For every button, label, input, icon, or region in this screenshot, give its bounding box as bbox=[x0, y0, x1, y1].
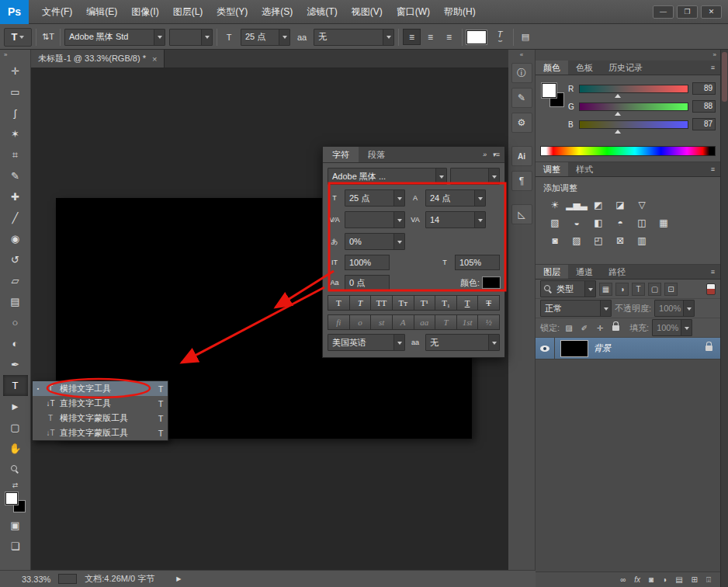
tool-path-selection[interactable]: ► bbox=[3, 396, 28, 417]
font-size-select[interactable]: 25 点 bbox=[241, 29, 290, 46]
tab-paragraph[interactable]: 段落 bbox=[359, 147, 394, 162]
menu-edit[interactable]: 编辑(E) bbox=[79, 0, 124, 24]
menu-window[interactable]: 窗口(W) bbox=[390, 0, 437, 24]
hue-saturation-icon[interactable]: ▧ bbox=[546, 216, 563, 230]
tracking-select[interactable]: 14 bbox=[425, 211, 486, 228]
tab-color[interactable]: 颜色 bbox=[536, 61, 568, 75]
tool-brush[interactable]: ╱ bbox=[3, 207, 28, 228]
photo-filter-icon[interactable]: ◓ bbox=[612, 216, 629, 230]
small-caps-button[interactable]: Tᴛ bbox=[393, 295, 414, 311]
tool-presets-panel-icon[interactable]: ⚙ bbox=[511, 113, 532, 133]
brush-panel-icon[interactable]: ✎ bbox=[511, 88, 532, 108]
color-panel-swatches[interactable] bbox=[540, 82, 568, 114]
screen-mode-button[interactable]: ❏ bbox=[3, 536, 28, 557]
menu-filter[interactable]: 滤镜(T) bbox=[300, 0, 344, 24]
leading-select[interactable]: 24 点 bbox=[425, 189, 486, 207]
tab-adjustments[interactable]: 调整 bbox=[536, 162, 568, 176]
foreground-color-swatch[interactable] bbox=[5, 492, 18, 505]
text-color-swatch[interactable] bbox=[466, 30, 487, 44]
tool-move[interactable]: ✛ bbox=[3, 61, 28, 82]
swap-colors-icon[interactable]: ⇄ bbox=[3, 480, 28, 490]
layer-thumbnail[interactable] bbox=[560, 340, 588, 357]
opacity-select[interactable]: 100% bbox=[654, 300, 695, 317]
foreground-background-swatches[interactable] bbox=[4, 491, 27, 514]
tool-hand[interactable]: ✋ bbox=[3, 438, 28, 459]
curves-icon[interactable]: ◩ bbox=[590, 198, 607, 212]
filter-type-layers-button[interactable]: T bbox=[632, 283, 645, 296]
color-balance-icon[interactable]: ◒ bbox=[568, 216, 585, 230]
black-white-icon[interactable]: ◧ bbox=[590, 216, 607, 230]
fill-select[interactable]: 100% bbox=[652, 319, 692, 336]
font-family-select[interactable]: Adobe 黑体 Std bbox=[64, 29, 165, 46]
tool-dodge[interactable]: ◐ bbox=[3, 333, 28, 354]
add-layer-mask-button[interactable]: ◙ bbox=[649, 575, 653, 584]
swash-button[interactable]: A bbox=[393, 314, 414, 330]
brightness-contrast-icon[interactable]: ☀ bbox=[546, 198, 563, 212]
layer-row-background[interactable]: 背景 bbox=[536, 338, 720, 359]
cp-font-family-select[interactable]: Adobe 黑体 ... bbox=[328, 168, 447, 185]
cp-anti-alias-select[interactable]: 无 bbox=[425, 334, 500, 351]
levels-icon[interactable]: ▂▅▃ bbox=[568, 198, 585, 212]
fractions-button[interactable]: ½ bbox=[478, 314, 500, 330]
tool-eyedropper[interactable]: ✎ bbox=[3, 165, 28, 186]
info-panel-icon[interactable]: ⓘ bbox=[511, 63, 532, 83]
layer-visibility-toggle[interactable] bbox=[536, 338, 555, 359]
align-center-button[interactable]: ≡ bbox=[421, 29, 439, 45]
slider-knob[interactable] bbox=[615, 91, 621, 98]
flyout-item-vertical-type[interactable]: ↓T 直排文字工具 T bbox=[33, 396, 168, 411]
type-color-swatch[interactable] bbox=[483, 277, 500, 288]
subscript-button[interactable]: T₁ bbox=[435, 295, 457, 311]
tab-styles[interactable]: 样式 bbox=[568, 162, 601, 176]
quick-mask-button[interactable]: ▣ bbox=[3, 515, 28, 536]
exposure-icon[interactable]: ◪ bbox=[612, 198, 629, 212]
lock-transparent-pixels-button[interactable]: ▨ bbox=[563, 321, 575, 334]
color-spectrum-ramp[interactable] bbox=[540, 146, 716, 156]
blue-value-field[interactable]: 87 bbox=[692, 118, 716, 130]
layer-filter-toggle[interactable] bbox=[706, 283, 716, 295]
tab-history[interactable]: 历史记录 bbox=[601, 61, 650, 75]
slider-knob[interactable] bbox=[615, 127, 621, 134]
tab-character[interactable]: 字符 bbox=[323, 147, 359, 162]
maximize-button[interactable]: ❐ bbox=[677, 5, 698, 19]
tool-gradient[interactable]: ▤ bbox=[3, 291, 28, 312]
baseline-shift-field[interactable]: 0 点 bbox=[345, 275, 390, 290]
stylistic-alternates-button[interactable]: aa bbox=[414, 314, 436, 330]
slider-knob[interactable] bbox=[615, 109, 621, 116]
tab-layers[interactable]: 图层 bbox=[536, 265, 568, 279]
tsume-select[interactable]: 0% bbox=[345, 233, 405, 250]
gradient-map-icon[interactable]: ⊠ bbox=[612, 234, 629, 248]
green-slider[interactable] bbox=[579, 102, 688, 111]
delete-layer-button[interactable]: ⍗ bbox=[706, 575, 711, 585]
strikethrough-button[interactable]: T bbox=[478, 295, 500, 311]
document-tab[interactable]: 未标题-1 @ 33.3%(RGB/8) * × bbox=[31, 50, 165, 68]
strip-collapse-icon[interactable]: « bbox=[508, 50, 535, 61]
panel-menu-icon[interactable]: ≡ bbox=[711, 61, 720, 75]
font-style-select[interactable] bbox=[169, 29, 213, 46]
contextual-alternates-button[interactable]: o bbox=[350, 314, 372, 330]
cp-font-style-select[interactable] bbox=[450, 168, 500, 185]
toggle-panels-button[interactable]: ▤ bbox=[518, 29, 533, 46]
flyout-item-horizontal-type[interactable]: ▪ T 横排文字工具 T bbox=[33, 381, 168, 396]
foreground-color-swatch[interactable] bbox=[542, 83, 556, 98]
menu-select[interactable]: 选择(S) bbox=[255, 0, 300, 24]
zoom-level-field[interactable]: 33.33% bbox=[22, 575, 50, 584]
blue-slider[interactable] bbox=[579, 120, 688, 129]
panel-menu-icon[interactable]: ▾≡ bbox=[492, 151, 500, 158]
vibrance-icon[interactable]: ▽ bbox=[633, 198, 650, 212]
vertical-scrollbar[interactable] bbox=[720, 50, 728, 587]
close-button[interactable]: ✕ bbox=[701, 5, 722, 19]
layer-filter-select[interactable]: 类型 bbox=[540, 280, 596, 297]
panel-menu-icon[interactable]: ≡ bbox=[711, 265, 720, 279]
filter-adjustment-layers-button[interactable]: ◑ bbox=[615, 283, 629, 296]
character-styles-panel-icon[interactable]: Ai bbox=[511, 146, 532, 166]
tool-spot-healing[interactable]: ✚ bbox=[3, 186, 28, 207]
paragraph-panel-icon[interactable]: ¶ bbox=[511, 171, 532, 191]
superscript-button[interactable]: T¹ bbox=[414, 295, 436, 311]
faux-italic-button[interactable]: T bbox=[350, 295, 372, 311]
tool-pen[interactable]: ✒ bbox=[3, 354, 28, 375]
underline-button[interactable]: T bbox=[457, 295, 479, 311]
language-select[interactable]: 美国英语 bbox=[328, 334, 405, 351]
align-right-button[interactable]: ≡ bbox=[440, 29, 458, 45]
blend-mode-select[interactable]: 正常 bbox=[540, 300, 612, 317]
red-value-field[interactable]: 89 bbox=[692, 82, 716, 95]
